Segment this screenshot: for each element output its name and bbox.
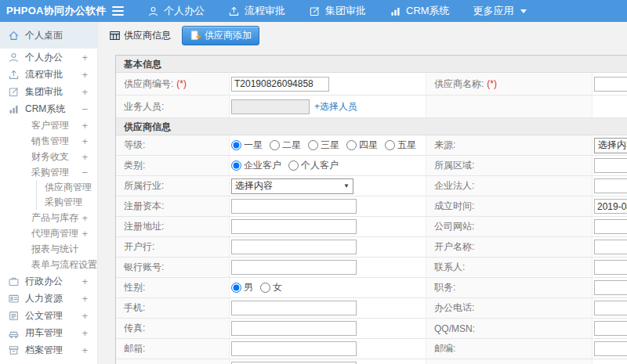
expand-toggle-icon[interactable]: +	[82, 344, 88, 356]
select-caret-icon: ▼	[343, 182, 350, 189]
grade-option[interactable]: 二星	[270, 139, 301, 152]
founding-date-input[interactable]	[594, 199, 627, 214]
tab-supplier-info[interactable]: 供应商信息	[104, 27, 176, 45]
category-option[interactable]: 企业客户	[231, 159, 281, 172]
expand-toggle-icon[interactable]: +	[82, 52, 88, 63]
expand-toggle-icon[interactable]: +	[82, 120, 88, 132]
office-phone-input[interactable]	[594, 301, 627, 315]
expand-toggle-icon[interactable]: +	[82, 151, 88, 163]
sidebar-item-sales-mgmt[interactable]: 销售管理+	[0, 133, 97, 149]
gender-option[interactable]: 男	[231, 281, 253, 294]
region-input[interactable]	[594, 158, 627, 173]
grade-radio[interactable]	[346, 140, 357, 150]
field-label: 企业法人:	[426, 176, 593, 196]
registered-address-input[interactable]	[231, 219, 357, 234]
flow-icon	[8, 69, 20, 81]
grade-radio[interactable]	[385, 140, 395, 150]
nav-item-group-approval[interactable]: 集团审批	[309, 4, 366, 18]
sidebar-item-vehicle-mgmt[interactable]: 用车管理+	[0, 324, 97, 341]
fax-input[interactable]	[231, 321, 357, 336]
grade-option[interactable]: 四星	[346, 139, 378, 152]
supplier-name-input[interactable]	[594, 77, 627, 92]
expand-toggle-icon[interactable]: +	[82, 86, 88, 98]
registered-capital-input[interactable]	[231, 199, 357, 214]
sidebar-item-label: 报表与统计	[31, 243, 78, 256]
bank-account-input[interactable]	[231, 260, 357, 275]
bank-branch-input[interactable]	[231, 240, 357, 254]
sidebar-item-reports-stats[interactable]: 报表与统计	[0, 241, 97, 257]
sidebar-item-agent-mgmt[interactable]: 代理商管理+	[0, 225, 97, 241]
expand-toggle-icon[interactable]: +	[82, 327, 88, 339]
field-value: +选择人员	[230, 96, 426, 117]
expand-toggle-icon[interactable]: +	[82, 135, 88, 147]
nav-item-more-apps[interactable]: 更多应用	[473, 4, 527, 18]
email-input[interactable]	[231, 341, 357, 356]
qq-msn-input[interactable]	[594, 321, 627, 336]
field-label: 类别:	[116, 156, 230, 175]
supplier-code-input[interactable]	[231, 77, 329, 92]
grade-radio[interactable]	[308, 140, 318, 150]
expand-toggle-icon[interactable]: +	[82, 293, 88, 305]
grade-radio[interactable]	[231, 140, 241, 150]
sidebar-item-personal-desktop[interactable]: 个人桌面	[0, 22, 97, 49]
industry-select[interactable]: 选择内容▼	[231, 178, 353, 194]
position-input[interactable]	[594, 280, 627, 295]
grade-option[interactable]: 五星	[385, 139, 416, 152]
sidebar-item-purchase-mgmt[interactable]: 采购管理−	[0, 164, 97, 180]
sidebar-item-form-flow-settings[interactable]: 表单与流程设置+	[0, 257, 97, 272]
sidebar: 个人桌面个人办公+流程审批+集团审批+CRM系统−客户管理+销售管理+财务收支+…	[0, 22, 98, 364]
sidebar-item-customer-mgmt[interactable]: 客户管理+	[0, 117, 97, 133]
business-staff-input[interactable]	[231, 99, 310, 114]
sidebar-item-workflow-approval[interactable]: 流程审批+	[0, 66, 97, 83]
gender-radio[interactable]	[260, 283, 270, 293]
grade-radio[interactable]	[270, 140, 280, 150]
category-radio-group: 企业客户个人客户	[231, 159, 339, 172]
nav-item-personal-office[interactable]: 个人办公	[147, 4, 205, 18]
grade-option[interactable]: 三星	[308, 139, 339, 152]
category-radio[interactable]	[288, 160, 299, 171]
sidebar-item-finance[interactable]: 财务收支+	[0, 149, 97, 164]
form-section: 基本信息供应商编号:(*)供应商名称:(*)业务人员:+选择人员	[116, 56, 627, 118]
sidebar-item-supplier-mgmt[interactable]: 供应商管理	[36, 180, 97, 195]
nav-item-workflow-approval[interactable]: 流程审批	[228, 4, 285, 18]
sidebar-item-label: 财务收支	[31, 150, 69, 164]
sidebar-item-purchasing[interactable]: 采购管理	[36, 195, 97, 210]
expand-toggle-icon[interactable]: +	[82, 310, 88, 322]
expand-toggle-icon[interactable]: +	[82, 228, 88, 240]
company-website-input[interactable]	[594, 219, 627, 234]
sidebar-item-archive-mgmt[interactable]: 档案管理+	[0, 341, 97, 359]
nav-item-crm-system[interactable]: CRM系统	[390, 4, 450, 18]
expand-toggle-icon[interactable]: +	[82, 276, 88, 287]
choose-staff-link[interactable]: +选择人员	[314, 100, 357, 114]
briefcase-icon	[8, 276, 20, 287]
sidebar-item-personal-office[interactable]: 个人办公+	[0, 49, 97, 66]
sidebar-item-document-mgmt[interactable]: 公文管理+	[0, 307, 97, 324]
legal-person-input[interactable]	[594, 178, 627, 193]
form-row: 地址:	[116, 359, 627, 364]
source-select[interactable]: 选择内容▼	[594, 138, 627, 153]
expand-toggle-icon[interactable]: −	[82, 103, 88, 115]
contact-person-input[interactable]	[594, 260, 627, 275]
grade-option[interactable]: 一星	[231, 139, 263, 152]
gender-option[interactable]: 女	[260, 281, 282, 294]
field-value	[230, 196, 426, 216]
category-option[interactable]: 个人客户	[288, 159, 339, 172]
account-name-input[interactable]	[594, 240, 627, 254]
zip-code-input[interactable]	[594, 341, 627, 356]
expand-toggle-icon[interactable]: +	[82, 212, 88, 224]
sidebar-item-crm-system[interactable]: CRM系统−	[0, 100, 97, 117]
form-row: 开户行:开户名称:	[116, 237, 627, 258]
field-label: 传真:	[116, 319, 230, 338]
expand-toggle-icon[interactable]: −	[82, 167, 88, 178]
sidebar-item-admin-office[interactable]: 行政办公+	[0, 272, 97, 290]
expand-toggle-icon[interactable]: +	[82, 69, 88, 81]
sidebar-item-product-inventory[interactable]: 产品与库存+	[0, 210, 97, 225]
gender-radio[interactable]	[231, 283, 241, 293]
sidebar-item-group-approval[interactable]: 集团审批+	[0, 83, 97, 100]
mobile-input[interactable]	[231, 301, 357, 315]
field-value: 一星二星三星四星五星	[230, 135, 426, 155]
category-radio[interactable]	[231, 160, 241, 171]
sidebar-item-human-resources[interactable]: 人力资源+	[0, 290, 97, 307]
menu-toggle-icon[interactable]	[112, 4, 124, 18]
tab-supplier-add[interactable]: 供应商添加	[182, 26, 259, 45]
